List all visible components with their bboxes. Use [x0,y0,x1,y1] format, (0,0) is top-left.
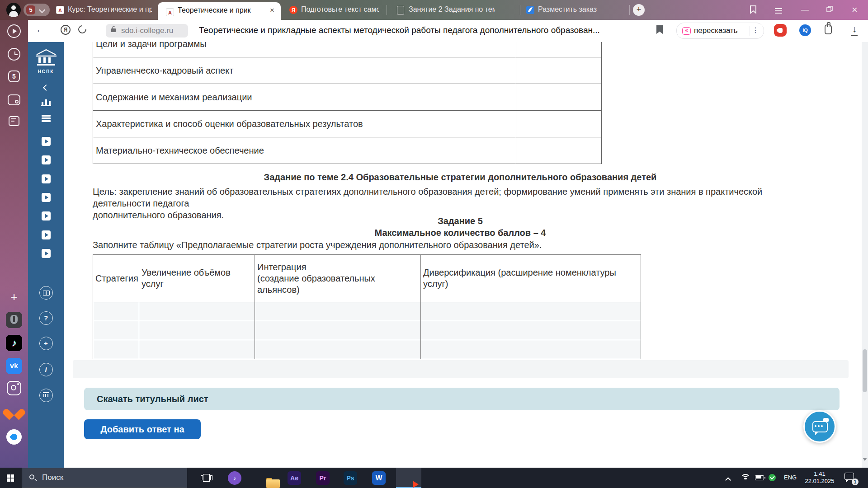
document-favicon-icon [397,6,404,14]
lesson-video-icon-1[interactable] [28,137,64,148]
lesson-video-icon-7[interactable] [28,249,64,260]
scroll-down-icon[interactable] [863,458,867,461]
table-row [93,302,641,321]
task-view-button[interactable] [201,473,212,482]
chat-widget-button[interactable] [803,410,836,443]
antivirus-shield-icon[interactable] [769,474,776,481]
tab-panel-icon[interactable] [750,5,757,16]
table-row [93,321,641,340]
tab-yandex-doc[interactable]: Я Подготовьте текст самоп [286,0,383,20]
course-list-icon[interactable] [28,115,64,123]
table-cell: Материально-техническое обеспечение [93,137,516,164]
table-cell: Управленческо-кадровый аспект [93,57,516,84]
info-icon[interactable]: i [28,363,64,376]
language-indicator[interactable]: ENG [784,474,797,481]
tab-order[interactable]: Разместить заказ [524,0,627,20]
add-panel-icon[interactable]: + [0,290,28,304]
max-points: Максимальное количество баллов – 4 [93,228,828,238]
purple-app-button[interactable]: ♪ [222,468,247,488]
table-row: Материально-техническое обеспечение [93,137,602,164]
new-tab-button[interactable]: + [633,4,645,16]
yandex-home-icon[interactable]: Я [61,25,71,35]
restore-icon[interactable] [826,5,833,14]
file-explorer-button[interactable] [254,468,279,488]
instagram-app-icon[interactable] [0,381,28,397]
nspk-logo[interactable]: НСПК [28,48,64,74]
after-effects-button[interactable]: Ae [282,468,307,488]
back-icon[interactable]: ← [36,24,45,35]
browser-toolbar: ← Я sdo.i-college.ru Теоретические и при… [28,20,868,42]
hidden-icons-chevron[interactable] [726,476,730,484]
tab-label: Подготовьте текст самоп [301,5,379,14]
close-window-icon[interactable]: × [852,4,858,16]
tab-counter[interactable]: 5 [24,4,50,16]
heart-music-icon[interactable] [0,404,28,418]
table-cell-empty [516,111,602,137]
tab-course[interactable]: А Курс: Теоретические и пр [53,0,156,20]
download-title-page-link[interactable]: Скачать титульный лист [84,388,840,410]
task-number: Задание 5 [93,216,828,226]
lesson-video-icon-2[interactable] [28,155,64,166]
video-play-icon[interactable] [0,24,28,40]
table-cell-empty [516,84,602,111]
url-pill[interactable]: sdo.i-college.ru [106,24,188,38]
vk-app-icon[interactable]: vk [0,358,28,374]
table-cell-empty [516,57,602,84]
adblock-icon[interactable] [774,24,787,37]
yandex-browser-button[interactable] [396,468,421,488]
close-tab-icon[interactable]: × [270,6,274,15]
word-button[interactable]: W [366,468,392,488]
action-center-icon[interactable] [844,473,854,480]
scrollbar-thumb[interactable] [863,349,867,392]
hand-glyph [778,28,783,33]
lesson-video-icon-4[interactable] [28,193,64,204]
tiktok-app-icon[interactable]: ♪ [0,335,28,351]
tab-active[interactable]: А Теоретические и прик × [158,2,281,20]
bookmark-icon[interactable] [656,25,663,34]
table-cell-empty [139,340,255,359]
network-wifi-icon[interactable] [741,474,749,481]
table-cell-empty [255,302,421,321]
add-answer-button[interactable]: Добавить ответ на задание [84,419,201,439]
download-icon[interactable]: ↓ [850,24,859,34]
screenshot-icon[interactable] [0,94,28,107]
pointer-hand-icon[interactable] [825,24,832,34]
photoshop-button[interactable]: Ps [338,468,363,488]
premiere-button[interactable]: Pr [310,468,335,488]
search-input[interactable]: Поиск [22,468,187,488]
taskbar-clock[interactable]: 1:41 22.01.2025 [800,470,839,485]
menu-icon[interactable] [775,7,782,15]
profile-avatar[interactable] [6,3,21,17]
search-icon [29,474,34,479]
battery-icon[interactable] [755,475,764,480]
add-icon[interactable]: + [28,337,64,350]
browser-tab-bar: 5 А Курс: Теоретические и пр А Теоретиче… [0,0,868,20]
disk-drop-icon[interactable] [0,429,28,446]
table-row: Характеристика и способ оценки образоват… [93,111,602,137]
lesson-video-icon-3[interactable] [28,174,64,185]
tab-separator [520,5,520,15]
wot-app-icon[interactable] [0,312,28,330]
lesson-video-icon-5[interactable] [28,211,64,222]
table-cell-empty [93,302,139,321]
lesson-video-icon-6[interactable] [28,230,64,241]
library-book-icon[interactable] [28,286,64,301]
help-icon[interactable]: ? [28,311,64,325]
iq-extension-icon[interactable]: IQ [799,24,811,36]
tabs-counter-icon[interactable]: 5 [0,70,28,82]
page-scrollbar[interactable] [862,42,868,468]
table-cell-empty [255,321,421,340]
reload-icon[interactable] [76,23,88,35]
tab-lesson[interactable]: Занятие 2 Задания по тем [392,0,517,20]
notes-icon[interactable] [0,116,28,128]
collapse-sidebar-icon[interactable] [28,84,64,92]
institution-icon[interactable] [28,389,64,404]
history-clock-icon[interactable] [0,48,28,62]
tab-separator [387,5,387,15]
minimize-icon[interactable]: — [801,5,809,14]
more-options-icon[interactable]: ⋮ [752,26,759,34]
logo-caption: НСПК [28,69,64,74]
grades-chart-icon[interactable] [28,99,64,108]
start-button[interactable] [0,468,21,488]
retell-pill[interactable]: « пересказать ⋮ [676,23,764,39]
